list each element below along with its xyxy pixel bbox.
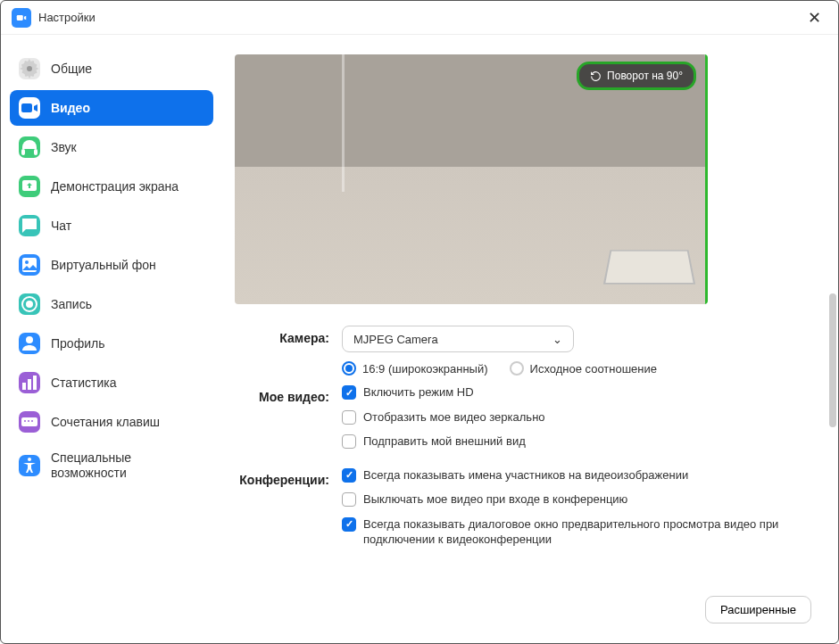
titlebar: Настройки ✕	[1, 1, 838, 35]
gear-icon	[19, 58, 40, 79]
stats-icon	[19, 372, 40, 393]
svg-point-7	[25, 260, 29, 264]
keyboard-icon	[19, 411, 40, 433]
profile-icon	[19, 333, 40, 354]
conference-option-2[interactable]: Всегда показывать диалоговое окно предва…	[342, 516, 811, 548]
sidebar-item-label: Специальные возможности	[51, 450, 204, 481]
svg-point-18	[28, 458, 31, 461]
window-body: ОбщиеВидеоЗвукДемонстрация экранаЧатВирт…	[1, 35, 838, 643]
conferences-label: Конференции:	[235, 467, 342, 487]
checkbox-label: Всегда показывать диалоговое окно предва…	[363, 516, 811, 548]
checkbox-label: Включить режим HD	[363, 384, 474, 400]
sidebar-item-label: Чат	[51, 219, 71, 234]
camera-value: MJPEG Camera	[353, 333, 438, 346]
myvideo-option-0[interactable]: Включить режим HD	[342, 384, 811, 400]
radio-icon	[510, 361, 524, 376]
window-title: Настройки	[38, 11, 801, 24]
camera-icon	[19, 97, 40, 119]
sidebar-item-label: Видео	[51, 101, 90, 116]
sidebar: ОбщиеВидеоЗвукДемонстрация экранаЧатВирт…	[1, 35, 222, 643]
sidebar-item-headphones[interactable]: Звук	[10, 129, 213, 165]
svg-rect-13	[33, 376, 37, 390]
checkbox-icon	[342, 385, 356, 400]
sidebar-item-stats[interactable]: Статистика	[10, 365, 213, 400]
chevron-down-icon: ⌄	[552, 333, 562, 346]
sidebar-item-label: Статистика	[51, 376, 117, 391]
sidebar-item-label: Демонстрация экрана	[51, 179, 179, 194]
sidebar-item-keyboard[interactable]: Сочетания клавиш	[10, 404, 213, 440]
svg-rect-12	[28, 379, 31, 390]
preview-image	[235, 54, 705, 304]
radio-icon	[342, 361, 356, 376]
svg-point-15	[24, 420, 26, 422]
checkbox-icon	[342, 517, 356, 532]
myvideo-option-1[interactable]: Отобразить мое видео зеркально	[342, 409, 811, 425]
sidebar-item-profile[interactable]: Профиль	[10, 326, 213, 361]
advanced-button[interactable]: Расширенные	[705, 596, 811, 623]
svg-rect-0	[17, 15, 23, 21]
record-icon	[19, 293, 40, 315]
content-area: Поворот на 90° Камера: MJPEG Camera ⌄	[222, 35, 838, 643]
checkbox-icon	[342, 410, 356, 425]
sidebar-item-chat[interactable]: Чат	[10, 208, 213, 244]
rotate-label: Поворот на 90°	[607, 70, 683, 82]
accessibility-icon	[19, 455, 40, 476]
sidebar-item-background[interactable]: Виртуальный фон	[10, 247, 213, 283]
svg-rect-4	[34, 149, 37, 155]
close-button[interactable]: ✕	[801, 4, 827, 31]
svg-rect-2	[21, 103, 32, 112]
sidebar-item-accessibility[interactable]: Специальные возможности	[10, 443, 213, 488]
camera-select[interactable]: MJPEG Camera ⌄	[342, 326, 574, 352]
conference-option-0[interactable]: Всегда показывать имена участников на ви…	[342, 467, 811, 483]
sidebar-item-label: Общие	[51, 62, 92, 77]
svg-point-9	[26, 301, 33, 308]
svg-point-16	[28, 420, 29, 422]
checkbox-label: Выключать мое видео при входе в конферен…	[363, 491, 627, 508]
rotate-icon	[590, 70, 602, 82]
share-icon	[19, 176, 40, 197]
conference-option-1[interactable]: Выключать мое видео при входе в конферен…	[342, 491, 811, 508]
camera-label: Камера:	[235, 326, 342, 345]
myvideo-option-2[interactable]: Подправить мой внешний вид	[342, 433, 811, 450]
checkbox-icon	[342, 468, 356, 483]
checkbox-icon	[342, 434, 356, 449]
sidebar-item-label: Профиль	[51, 336, 104, 351]
svg-point-10	[26, 336, 33, 343]
myvideo-label: Мое видео:	[235, 384, 342, 404]
svg-rect-14	[21, 417, 37, 426]
app-icon	[12, 8, 31, 28]
rotate-90-button[interactable]: Поворот на 90°	[577, 62, 696, 90]
background-icon	[19, 254, 40, 276]
sidebar-item-label: Запись	[51, 297, 92, 312]
sidebar-item-camera[interactable]: Видео	[10, 90, 213, 126]
settings-form: Камера: MJPEG Camera ⌄ 16:9 (широкоэкран…	[235, 326, 811, 557]
checkbox-label: Отобразить мое видео зеркально	[363, 409, 545, 425]
sidebar-item-gear[interactable]: Общие	[10, 51, 213, 87]
checkbox-label: Подправить мой внешний вид	[363, 433, 526, 450]
sidebar-item-label: Сочетания клавиш	[51, 415, 160, 430]
scrollbar[interactable]	[829, 293, 836, 427]
sidebar-item-label: Виртуальный фон	[51, 258, 156, 273]
settings-window: Настройки ✕ ОбщиеВидеоЗвукДемонстрация э…	[0, 0, 839, 644]
headphones-icon	[19, 136, 40, 158]
checkbox-icon	[342, 492, 356, 507]
svg-rect-3	[21, 149, 25, 155]
sidebar-item-share[interactable]: Демонстрация экрана	[10, 169, 213, 204]
checkbox-label: Всегда показывать имена участников на ви…	[363, 467, 688, 483]
chat-icon	[19, 215, 40, 236]
aspect-wide-radio[interactable]: 16:9 (широкоэкранный)	[342, 361, 488, 376]
sidebar-item-label: Звук	[51, 140, 77, 155]
svg-point-17	[31, 420, 33, 422]
sidebar-item-record[interactable]: Запись	[10, 286, 213, 322]
video-preview: Поворот на 90°	[235, 54, 708, 304]
svg-rect-11	[22, 383, 26, 390]
aspect-original-radio[interactable]: Исходное соотношение	[510, 361, 658, 376]
